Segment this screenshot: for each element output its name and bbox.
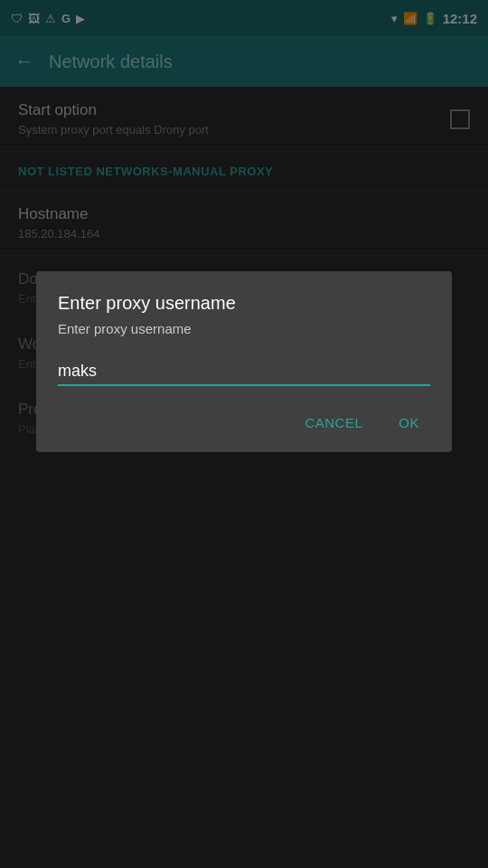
proxy-username-input[interactable] — [58, 358, 430, 384]
ok-button[interactable]: OK — [388, 408, 430, 438]
dialog-overlay: Enter proxy username Enter proxy usernam… — [0, 0, 488, 868]
dialog-title: Enter proxy username — [58, 293, 430, 314]
content-area: Start option System proxy port equals Dr… — [0, 87, 488, 451]
dialog-buttons: CANCEL OK — [58, 408, 430, 438]
dialog: Enter proxy username Enter proxy usernam… — [36, 271, 452, 452]
cancel-button[interactable]: CANCEL — [294, 408, 373, 438]
dialog-subtitle: Enter proxy username — [58, 321, 430, 336]
dialog-input-container — [58, 358, 430, 386]
